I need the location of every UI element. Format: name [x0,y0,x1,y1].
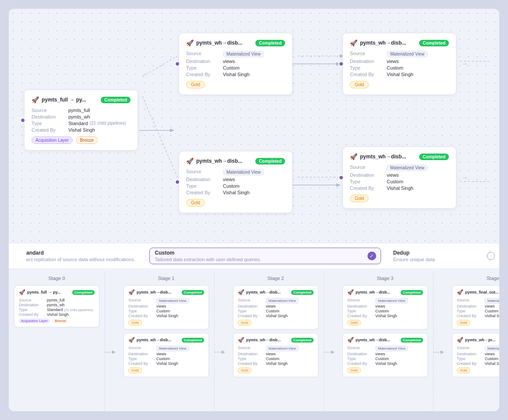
type-value: Standard [68,121,88,126]
dedup-title: Dedup [393,250,481,256]
source-label: Source [32,108,67,113]
bottom-center-card-2[interactable]: 🚀 pymts_wh→disb... Completed Source Mate… [342,147,456,209]
arrow-right-1 [139,127,179,135]
svg-marker-13 [112,350,116,354]
info-dedup[interactable]: Dedup Ensure unique data [385,250,490,262]
custom-check: ✓ [367,252,376,260]
dedup-desc: Ensure unique data [393,257,481,262]
left-dot-3 [175,179,180,185]
gold-tag-1: Gold [186,81,205,88]
created-value: Vishal Singh [68,127,95,133]
info-custom[interactable]: Custom Tailored data extraction with use… [149,248,381,264]
stage-0-card-0[interactable]: 🚀 pymts_full → py... Completed Source py… [14,285,99,327]
top-center-card-1[interactable]: 🚀 pymts_wh→disb... Completed Source Mate… [179,33,293,95]
pipeline-icon-4: 🚀 [186,158,194,164]
svg-marker-17 [331,350,335,354]
svg-line-1 [142,96,177,177]
mini-title: pymts_full → py... [27,290,71,294]
type-sub: (21 child pipelines) [90,121,126,126]
bottom-center-card-1[interactable]: 🚀 pymts_wh→disb... Completed Source Mate… [179,151,293,213]
stage-0-column: Stage 0 🚀 pymts_full → py... Completed S… [9,271,105,411]
standard-title: andard [26,250,137,256]
stage-arrow-0-1 [105,271,118,411]
stage-4-card-0[interactable]: 🚀 pymts_final_out... Completed SourceMat… [452,285,499,329]
arrow-bot-1-2 [293,182,345,190]
stage-2-label: Stage 2 [233,276,318,281]
mini-badge: Completed [72,290,95,295]
grid-background: 🚀 pymts_full → py... Completed Source py… [9,9,499,245]
status-badge: Completed [101,97,131,103]
svg-marker-15 [222,350,225,354]
status-badge-3: Completed [419,40,449,46]
left-connector-dot [20,118,25,123]
standard-desc: ect replication of source data without m… [26,257,137,262]
source-value: pymts_full [68,108,90,113]
stage-2-card-0[interactable]: 🚀 pymts_wh→disb... Completed SourceMater… [233,285,318,329]
mini-icon-1a: 🚀 [128,289,135,295]
stages-area: Stage 0 🚀 pymts_full → py... Completed S… [9,271,499,411]
stage-3-column: Stage 3 🚀 pymts_wh→disb... Completed Sou… [337,271,434,411]
type-label: Type [32,121,67,126]
mini-icon: 🚀 [19,289,25,295]
stage-arrow-1-2 [215,271,228,411]
stage-3-label: Stage 3 [342,276,428,281]
left-dot-1 [175,61,180,66]
stage-4-label: Stage 4 [452,276,499,281]
created-label: Created By [32,127,67,133]
stage-0-label: Stage 0 [14,276,99,281]
dest-value: pymts_wh [68,114,90,119]
right-arrow-4: → [461,174,468,182]
svg-line-0 [142,56,177,77]
left-dot-2 [339,61,344,66]
stage-3-card-0[interactable]: 🚀 pymts_wh→disb... Completed SourceMater… [342,285,428,329]
svg-marker-19 [441,350,444,354]
right-arrow-2: → [461,60,468,68]
custom-desc: Tailored data extraction with user-defin… [155,257,375,262]
bronze-tag: Bronze [76,136,98,144]
card-title-3: pymts_wh→disb... [360,40,416,46]
stage-1-card-0[interactable]: 🚀 pymts_wh→disb... Completed Source Mate… [123,285,209,329]
mini-icon-1b: 🚀 [128,337,135,343]
pipeline-icon-3: 🚀 [350,39,357,46]
stage-2-column: Stage 2 🚀 pymts_wh→disb... Completed Sou… [228,271,324,411]
info-standard[interactable]: andard ect replication of source data wi… [18,250,146,262]
pipeline-icon-5: 🚀 [350,153,357,160]
main-left-card[interactable]: 🚀 pymts_full → py... Completed Source py… [24,90,138,150]
stage-2-card-1[interactable]: 🚀 pymts_wh→disb... Completed SourceMater… [233,333,318,377]
stage-1-label: Stage 1 [123,276,209,281]
card-title-2: pymts_wh→disb... [196,40,253,46]
stage-3-card-1[interactable]: 🚀 pymts_wh→disb... Completed SourceMater… [342,333,428,377]
custom-title: Custom [155,250,375,256]
arrow-top-1-2 [293,60,345,69]
stage-1-column: Stage 1 🚀 pymts_wh→disb... Completed Sou… [118,271,215,411]
dest-label: Destination [32,114,67,119]
svg-marker-11 [336,183,341,187]
acquisition-tag: Acquisition Layer [32,136,73,144]
stage-arrow-3-4 [434,271,447,411]
card-title: pymts_full → py... [42,97,98,103]
stage-1-card-1[interactable]: 🚀 pymts_wh→disb... Completed Source Mate… [123,333,209,377]
status-badge-2: Completed [255,40,285,46]
svg-marker-7 [170,129,174,132]
pipeline-icon-2: 🚀 [186,39,194,46]
stage-arrow-2-3 [324,271,337,411]
stage-4-card-1[interactable]: 🚀 pymts_wh→pr... Completed SourceMateria… [452,333,499,377]
info-bar: andard ect replication of source data wi… [9,243,499,269]
left-dot-4 [339,175,344,180]
mat-view-1: Materialized View [223,51,264,57]
top-center-card-2[interactable]: 🚀 pymts_wh→disb... Completed Source Mate… [342,33,456,95]
stage-4-column: Stage 4 🚀 pymts_final_out... Completed S… [447,271,499,411]
pipeline-icon: 🚀 [32,96,39,103]
